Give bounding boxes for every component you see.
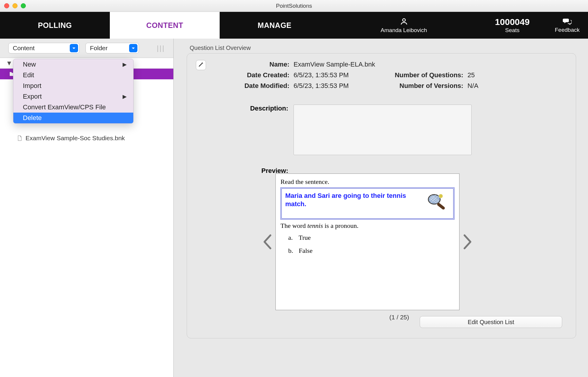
edit-name-button[interactable] xyxy=(196,60,206,70)
numv-label: Number of Versions: xyxy=(381,82,467,90)
meta-grid: Name: ExamView Sample-ELA.bnk Date Creat… xyxy=(231,61,566,93)
ctx-label: Convert ExamView/CPS File xyxy=(23,103,106,111)
main-toolbar: POLLING CONTENT MANAGE Amanda Leibovich … xyxy=(0,12,588,39)
ctx-label: Export xyxy=(23,93,42,100)
context-menu: New ▶ Edit Import Export ▶ Convert ExamV… xyxy=(13,59,134,124)
fullscreen-window-button[interactable] xyxy=(21,3,26,8)
modified-value: 6/5/23, 1:35:53 PM xyxy=(294,82,349,90)
preview-box: Read the sentence. Maria and Sari are go… xyxy=(275,173,459,310)
ctx-label: Edit xyxy=(23,71,34,79)
svg-rect-7 xyxy=(437,202,446,210)
user-name: Amanda Leibovich xyxy=(381,27,427,34)
svg-point-8 xyxy=(439,194,443,198)
preview-next-button[interactable] xyxy=(459,232,476,251)
description-label: Description: xyxy=(197,105,294,155)
chevron-down-icon xyxy=(70,44,78,52)
numq-label: Number of Questions: xyxy=(381,71,467,79)
body-area: Content Folder ||| ▼ Content Examview Ex… xyxy=(0,39,588,377)
window-title: PointSolutions xyxy=(0,3,588,9)
close-window-button[interactable] xyxy=(4,3,9,8)
ctx-label: Import xyxy=(23,82,41,90)
preview-sentence-frame: Maria and Sari are going to their tennis… xyxy=(280,187,454,220)
left-panel: Content Folder ||| ▼ Content Examview Ex… xyxy=(0,39,174,377)
overview-card: Name: ExamView Sample-ELA.bnk Date Creat… xyxy=(187,53,576,338)
panel-drag-handle[interactable]: ||| xyxy=(157,44,165,52)
file-label: ExamView Sample-Soc Studies.bnk xyxy=(26,135,125,142)
preview-prev-button[interactable] xyxy=(259,232,275,251)
ctx-item-edit[interactable]: Edit xyxy=(13,70,133,81)
left-top-controls: Content Folder ||| xyxy=(0,39,173,58)
answer-a: a. True xyxy=(288,234,454,242)
submenu-arrow-icon: ▶ xyxy=(123,61,127,68)
edit-question-list-button[interactable]: Edit Question List xyxy=(420,316,562,328)
pencil-icon xyxy=(198,61,204,69)
description-box[interactable] xyxy=(294,105,472,155)
minimize-window-button[interactable] xyxy=(12,3,18,8)
folder-select[interactable]: Folder xyxy=(85,43,139,53)
tab-polling[interactable]: POLLING xyxy=(0,12,110,39)
feedback-icon xyxy=(563,18,572,27)
feedback-block[interactable]: Feedback xyxy=(546,12,588,39)
tennis-racket-icon xyxy=(426,192,450,215)
ctx-item-new[interactable]: New ▶ xyxy=(13,59,133,70)
file-icon xyxy=(17,135,23,142)
ctx-label: New xyxy=(23,61,36,68)
description-row: Description: xyxy=(197,105,566,155)
svg-point-0 xyxy=(402,18,405,21)
preview-answers: a. True b. False xyxy=(280,234,454,255)
name-label: Name: xyxy=(231,61,294,68)
name-value: ExamView Sample-ELA.bnk xyxy=(294,61,375,68)
preview-instruction: Read the sentence. xyxy=(280,178,454,186)
answer-b: b. False xyxy=(288,247,454,255)
content-select-value: Content xyxy=(13,45,35,52)
file-row-socstudies[interactable]: ExamView Sample-Soc Studies.bnk xyxy=(0,133,173,143)
preview-sentence: Maria and Sari are going to their tennis… xyxy=(285,192,422,208)
user-block[interactable]: Amanda Leibovich xyxy=(329,12,478,39)
mac-titlebar: PointSolutions xyxy=(0,0,588,12)
content-select[interactable]: Content xyxy=(8,43,80,53)
seats-label: Seats xyxy=(505,27,520,34)
folder-select-value: Folder xyxy=(90,45,108,52)
created-value: 6/5/23, 1:35:53 PM xyxy=(294,71,349,79)
seats-count: 1000049 xyxy=(495,17,530,27)
submenu-arrow-icon: ▶ xyxy=(123,93,127,100)
overview-heading: Question List Overview xyxy=(190,45,576,51)
ctx-item-import[interactable]: Import xyxy=(13,81,133,91)
ctx-item-convert[interactable]: Convert ExamView/CPS File xyxy=(13,102,133,113)
seats-block[interactable]: 1000049 Seats xyxy=(478,12,546,39)
ctx-item-export[interactable]: Export ▶ xyxy=(13,91,133,102)
modified-label: Date Modified: xyxy=(231,82,294,90)
created-label: Date Created: xyxy=(231,71,294,79)
chevron-down-icon xyxy=(129,44,137,52)
feedback-label: Feedback xyxy=(555,27,579,33)
ctx-item-delete[interactable]: Delete xyxy=(13,113,133,123)
disclosure-triangle-icon: ▼ xyxy=(6,59,12,67)
user-icon xyxy=(400,17,408,27)
window-controls xyxy=(4,3,26,8)
numq-value: 25 xyxy=(467,71,475,79)
main-panel: Question List Overview Name: ExamView Sa… xyxy=(174,39,588,377)
numv-value: N/A xyxy=(467,82,478,90)
ctx-label: Delete xyxy=(23,114,42,122)
tab-content[interactable]: CONTENT xyxy=(110,12,220,39)
tab-manage[interactable]: MANAGE xyxy=(220,12,329,39)
preview-statement: The word tennis is a pronoun. xyxy=(280,222,454,230)
